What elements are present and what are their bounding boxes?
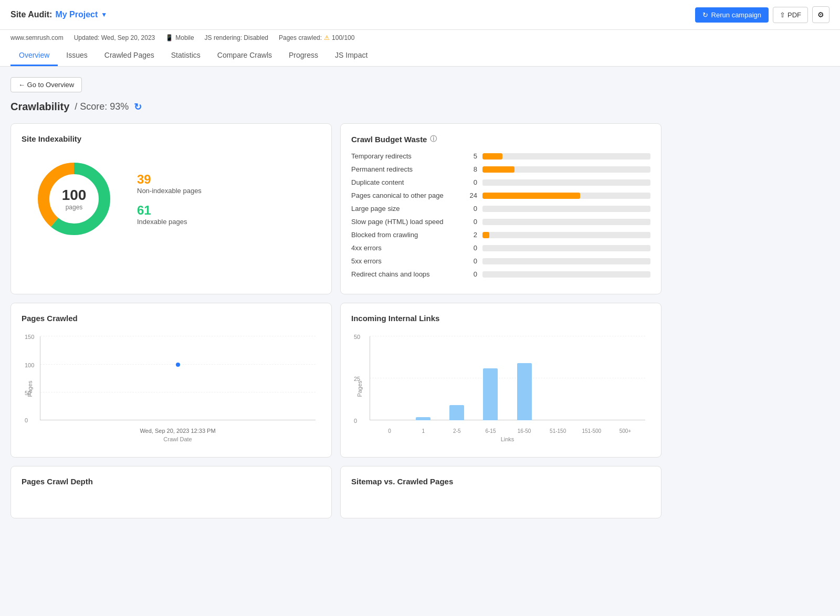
pages-crawled-title: Pages Crawled	[22, 314, 321, 323]
bar-item	[576, 336, 607, 420]
pdf-button[interactable]: ⇧ PDF	[773, 7, 808, 23]
updated-date: Updated: Wed, Sep 20, 2023	[74, 34, 155, 41]
info-icon[interactable]: ⓘ	[430, 134, 437, 144]
bar-item	[374, 336, 405, 420]
back-button[interactable]: ← Go to Overview	[10, 77, 82, 92]
settings-button[interactable]: ⚙	[812, 6, 830, 23]
budget-bar-fill	[482, 166, 514, 173]
budget-count: 0	[461, 244, 477, 252]
budget-row: 4xx errors 0	[351, 244, 650, 252]
budget-count: 0	[461, 257, 477, 265]
refresh-icon: ↻	[702, 11, 708, 19]
bar-chart-bars	[370, 336, 645, 420]
tab-compare-crawls[interactable]: Compare Crawls	[209, 46, 280, 66]
bar-chart-inner: 0 25 50	[370, 336, 645, 420]
budget-count: 24	[461, 192, 477, 199]
budget-count: 0	[461, 178, 477, 186]
bar-item	[610, 336, 641, 420]
tab-progress[interactable]: Progress	[280, 46, 327, 66]
total-label: pages	[62, 204, 87, 211]
budget-bar-container	[482, 271, 650, 278]
tab-issues[interactable]: Issues	[58, 46, 96, 66]
crawl-budget-title: Crawl Budget Waste ⓘ	[351, 134, 650, 144]
meta-info: www.semrush.com Updated: Wed, Sep 20, 20…	[10, 34, 830, 46]
bottom-cards: Pages Crawl Depth Sitemap vs. Crawled Pa…	[10, 466, 662, 518]
crawl-budget-card: Crawl Budget Waste ⓘ Temporary redirects…	[340, 123, 662, 294]
pages-crawl-depth-card: Pages Crawl Depth	[10, 466, 332, 518]
budget-row: Duplicate content 0	[351, 178, 650, 186]
nav-tabs: Overview Issues Crawled Pages Statistics…	[10, 46, 830, 66]
budget-label: Permanent redirects	[351, 165, 456, 173]
budget-bar-container	[482, 153, 650, 160]
donut-center: 100 pages	[62, 187, 87, 211]
tab-overview[interactable]: Overview	[10, 46, 58, 66]
budget-label: Large page size	[351, 205, 456, 213]
budget-bar-container	[482, 193, 650, 199]
budget-row: Large page size 0	[351, 205, 650, 213]
device-info: 📱 Mobile	[165, 34, 194, 41]
page-title: Crawlability / Score: 93% ↻	[10, 101, 662, 113]
budget-bar-container	[482, 179, 650, 186]
bar-item	[441, 336, 472, 420]
bar-item	[542, 336, 574, 420]
score-label: / Score: 93%	[75, 101, 129, 112]
indexable-count: 61	[137, 203, 202, 218]
budget-label: Blocked from crawling	[351, 231, 456, 239]
budget-bar-container	[482, 219, 650, 225]
budget-label: 5xx errors	[351, 257, 456, 265]
mobile-icon: 📱	[165, 34, 173, 41]
y-tick-150: 150	[25, 334, 34, 340]
total-pages: 100	[62, 187, 87, 204]
warning-icon: ⚠	[324, 34, 330, 41]
bar-x-label: 16-50	[509, 428, 540, 434]
bar-y-label: Pages	[356, 380, 363, 397]
budget-count: 8	[461, 165, 477, 173]
bar-item	[407, 336, 439, 420]
top-bar-left: Site Audit: My Project ▼	[10, 10, 107, 19]
bar-y-25: 25	[354, 376, 360, 382]
grid-line-50	[40, 392, 316, 392]
meta-bar: www.semrush.com Updated: Wed, Sep 20, 20…	[0, 30, 840, 67]
bar-y-0: 0	[354, 418, 357, 424]
budget-label: Slow page (HTML) load speed	[351, 218, 456, 226]
tab-js-impact[interactable]: JS Impact	[327, 46, 376, 66]
bar-x-label: 2-5	[441, 428, 472, 434]
budget-bar-container	[482, 206, 650, 212]
pages-crawled-meta: Pages crawled: ⚠ 100/100	[279, 34, 354, 41]
indexable-stat: 61 Indexable pages	[137, 203, 202, 226]
bar-rect	[416, 417, 430, 420]
top-bar: Site Audit: My Project ▼ ↻ Rerun campaig…	[0, 0, 840, 30]
budget-count: 0	[461, 205, 477, 213]
tab-statistics[interactable]: Statistics	[163, 46, 209, 66]
y-tick-50: 50	[25, 390, 31, 396]
budget-bar-container	[482, 232, 650, 238]
bar-rect	[483, 368, 498, 420]
top-bar-right: ↻ Rerun campaign ⇧ PDF ⚙	[695, 6, 830, 23]
score-refresh-icon[interactable]: ↻	[134, 101, 142, 113]
bar-x-label: 500+	[610, 428, 641, 434]
budget-table: Temporary redirects 5 Permanent redirect…	[351, 152, 650, 278]
dropdown-icon[interactable]: ▼	[101, 11, 107, 18]
data-point	[176, 363, 180, 367]
bar-x-label: 51-150	[542, 428, 574, 434]
budget-count: 5	[461, 152, 477, 160]
bar-x-label: 151-500	[576, 428, 607, 434]
bar-x-label: 6-15	[475, 428, 506, 434]
x-date-label: Wed, Sep 20, 2023 12:33 PM	[40, 428, 316, 434]
budget-label: 4xx errors	[351, 244, 456, 252]
site-indexability-title: Site Indexability	[22, 134, 321, 143]
project-name[interactable]: My Project	[55, 10, 98, 19]
chart-inner: 100 50 0 150	[40, 336, 316, 420]
x-axis-title: Crawl Date	[40, 436, 316, 442]
budget-label: Redirect chains and loops	[351, 270, 456, 278]
donut-stats: 39 Non-indexable pages 61 Indexable page…	[137, 172, 202, 226]
y-tick-100: 100	[25, 362, 34, 368]
y-tick-0: 0	[25, 417, 28, 423]
tab-crawled-pages[interactable]: Crawled Pages	[96, 46, 163, 66]
budget-bar-fill	[482, 153, 502, 160]
internal-links-chart: Pages 0 25 50 012-56-1516-5051-15015	[351, 331, 650, 447]
non-indexable-label: Non-indexable pages	[137, 187, 202, 195]
rerun-button[interactable]: ↻ Rerun campaign	[695, 7, 769, 23]
budget-count: 0	[461, 218, 477, 226]
sitemap-vs-crawled-card: Sitemap vs. Crawled Pages	[340, 466, 662, 518]
